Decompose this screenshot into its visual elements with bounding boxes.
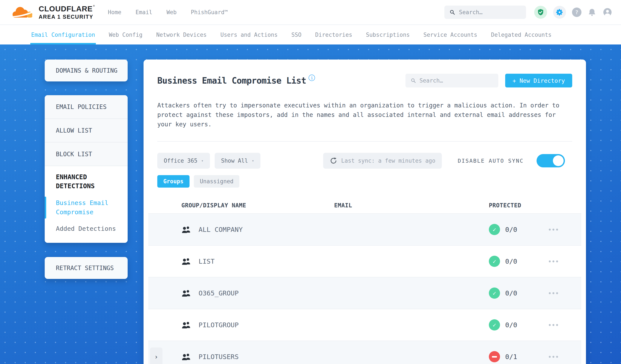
sidebar-item-added-detections[interactable]: Added Detections bbox=[56, 224, 116, 233]
expand-chevron-icon[interactable]: › bbox=[150, 347, 162, 364]
row-actions-menu[interactable] bbox=[549, 229, 558, 231]
sidebar-section-enhanced-detections[interactable]: ENHANCED DETECTIONS Business Email Compr… bbox=[45, 166, 128, 243]
sidebar-item-label: RETRACT SETTINGS bbox=[56, 264, 114, 272]
row-actions-menu[interactable] bbox=[549, 260, 558, 262]
tab-sso[interactable]: SSO bbox=[291, 25, 301, 44]
search-icon bbox=[449, 9, 455, 16]
top-header: CLOUDFLARE AREA 1 SECURITY Home Email We… bbox=[0, 0, 621, 25]
top-navigation: Home Email Web PhishGuard™ bbox=[108, 9, 228, 16]
sidebar-item-retract-settings[interactable]: RETRACT SETTINGS bbox=[45, 257, 128, 279]
group-icon bbox=[181, 321, 191, 329]
row-actions-menu[interactable] bbox=[549, 324, 558, 326]
protected-status-icon bbox=[489, 351, 500, 362]
group-name: LIST bbox=[199, 258, 215, 265]
global-search-input[interactable] bbox=[459, 9, 521, 16]
caret-down-icon: ▾ bbox=[252, 158, 254, 163]
config-tab-bar: Email Configuration Web Config Network D… bbox=[0, 25, 621, 44]
tab-subscriptions[interactable]: Subscriptions bbox=[366, 25, 410, 44]
auto-sync-toggle[interactable] bbox=[536, 154, 565, 167]
notifications-bell-icon[interactable] bbox=[587, 8, 597, 17]
row-actions-menu[interactable] bbox=[549, 356, 558, 358]
header-actions: ? bbox=[444, 6, 612, 19]
table-row-o365-group[interactable]: O365_GROUP ✓ 0/0 bbox=[148, 277, 581, 309]
group-icon bbox=[181, 258, 191, 265]
provider-dropdown[interactable]: Office 365 ▾ bbox=[157, 153, 210, 169]
protected-status-icon: ✓ bbox=[489, 319, 500, 330]
nav-item-web[interactable]: Web bbox=[167, 9, 177, 16]
sidebar: DOMAINS & ROUTING EMAIL POLICIES ALLOW L… bbox=[45, 60, 128, 279]
cloudflare-logo-icon bbox=[12, 5, 34, 19]
view-tab-groups[interactable]: Groups bbox=[157, 175, 190, 188]
sidebar-item-business-email-compromise[interactable]: Business Email Compromise bbox=[56, 198, 116, 217]
protected-status-icon: ✓ bbox=[489, 288, 500, 299]
table-row-pilotusers[interactable]: › PILOTUSERS 0/1 bbox=[148, 341, 581, 364]
table-header: GROUP/DISPLAY NAME EMAIL PROTECTED bbox=[148, 197, 581, 213]
column-email: EMAIL bbox=[334, 202, 489, 209]
new-directory-button[interactable]: + New Directory bbox=[505, 74, 572, 87]
content-area: DOMAINS & ROUTING EMAIL POLICIES ALLOW L… bbox=[0, 44, 621, 364]
group-name: PILOTGROUP bbox=[199, 321, 239, 329]
last-sync-status: Last sync: a few minutes ago bbox=[323, 153, 442, 169]
sidebar-item-label: DOMAINS & ROUTING bbox=[56, 67, 118, 74]
table-row-all-company[interactable]: ALL COMPANY ✓ 0/0 bbox=[148, 213, 581, 245]
tab-directories[interactable]: Directories bbox=[315, 25, 352, 44]
auto-sync-label: DISABLE AUTO SYNC bbox=[458, 158, 524, 164]
tab-email-configuration[interactable]: Email Configuration bbox=[31, 25, 95, 44]
protected-count: 0/1 bbox=[505, 353, 517, 361]
group-icon bbox=[181, 225, 191, 233]
cloudflare-brand[interactable]: CLOUDFLARE AREA 1 SECURITY bbox=[12, 4, 93, 20]
sidebar-item-allow-list[interactable]: ALLOW LIST bbox=[45, 119, 128, 142]
tab-service-accounts[interactable]: Service Accounts bbox=[424, 25, 477, 44]
card-header: Business Email Compromise List i + New D… bbox=[157, 60, 572, 87]
enhanced-detections-label: ENHANCED DETECTIONS bbox=[56, 173, 110, 191]
group-icon bbox=[181, 289, 191, 297]
protected-status-icon: ✓ bbox=[489, 256, 500, 267]
group-icon bbox=[181, 353, 191, 361]
protected-count: 0/0 bbox=[505, 258, 517, 265]
sidebar-item-email-policies[interactable]: EMAIL POLICIES bbox=[45, 95, 128, 119]
tab-delegated-accounts[interactable]: Delegated Accounts bbox=[491, 25, 552, 44]
page-title: Business Email Compromise List bbox=[157, 76, 306, 86]
help-icon[interactable]: ? bbox=[572, 8, 582, 17]
global-search[interactable] bbox=[444, 6, 526, 19]
directory-search-input[interactable] bbox=[419, 77, 493, 84]
filter-row: Office 365 ▾ Show All ▾ Last sync: a few… bbox=[157, 153, 572, 169]
tab-users-and-actions[interactable]: Users and Actions bbox=[221, 25, 278, 44]
page-description: Attackers often try to impersonate execu… bbox=[157, 101, 563, 129]
nav-item-email[interactable]: Email bbox=[136, 9, 152, 16]
protected-status-icon: ✓ bbox=[489, 224, 500, 235]
sidebar-item-domains-routing[interactable]: DOMAINS & ROUTING bbox=[45, 60, 128, 81]
show-filter-dropdown[interactable]: Show All ▾ bbox=[215, 153, 260, 169]
group-name: O365_GROUP bbox=[199, 289, 239, 297]
group-name: ALL COMPANY bbox=[199, 225, 242, 233]
nav-item-phishguard[interactable]: PhishGuard™ bbox=[191, 9, 228, 16]
protected-count: 0/0 bbox=[505, 225, 517, 233]
view-tab-unassigned[interactable]: Unassigned bbox=[194, 175, 240, 188]
security-shield-icon[interactable] bbox=[534, 6, 547, 19]
brand-name: CLOUDFLARE bbox=[39, 4, 93, 13]
tab-network-devices[interactable]: Network Devices bbox=[156, 25, 207, 44]
table-row-list[interactable]: LIST ✓ 0/0 bbox=[148, 245, 581, 277]
directory-table: GROUP/DISPLAY NAME EMAIL PROTECTED ALL C… bbox=[148, 197, 581, 364]
protected-count: 0/0 bbox=[505, 321, 517, 329]
column-protected: PROTECTED bbox=[489, 202, 581, 209]
refresh-icon bbox=[330, 157, 337, 165]
directory-search[interactable] bbox=[405, 74, 498, 87]
protected-count: 0/0 bbox=[505, 289, 517, 297]
sidebar-item-block-list[interactable]: BLOCK LIST bbox=[45, 142, 128, 166]
view-tabs: Groups Unassigned bbox=[157, 175, 572, 188]
user-avatar-icon[interactable] bbox=[603, 7, 612, 17]
last-sync-text: Last sync: a few minutes ago bbox=[341, 157, 435, 164]
table-row-pilotgroup[interactable]: PILOTGROUP ✓ 0/0 bbox=[148, 309, 581, 341]
search-icon bbox=[411, 78, 416, 84]
column-group-display-name: GROUP/DISPLAY NAME bbox=[148, 202, 334, 209]
caret-down-icon: ▾ bbox=[201, 158, 204, 163]
divider bbox=[157, 141, 572, 142]
settings-gear-icon[interactable] bbox=[553, 6, 566, 19]
tab-web-config[interactable]: Web Config bbox=[109, 25, 142, 44]
info-icon[interactable]: i bbox=[309, 75, 315, 81]
brand-subtitle: AREA 1 SECURITY bbox=[39, 14, 93, 20]
nav-item-home[interactable]: Home bbox=[108, 9, 121, 16]
row-actions-menu[interactable] bbox=[549, 292, 558, 294]
toggle-knob bbox=[553, 155, 564, 166]
